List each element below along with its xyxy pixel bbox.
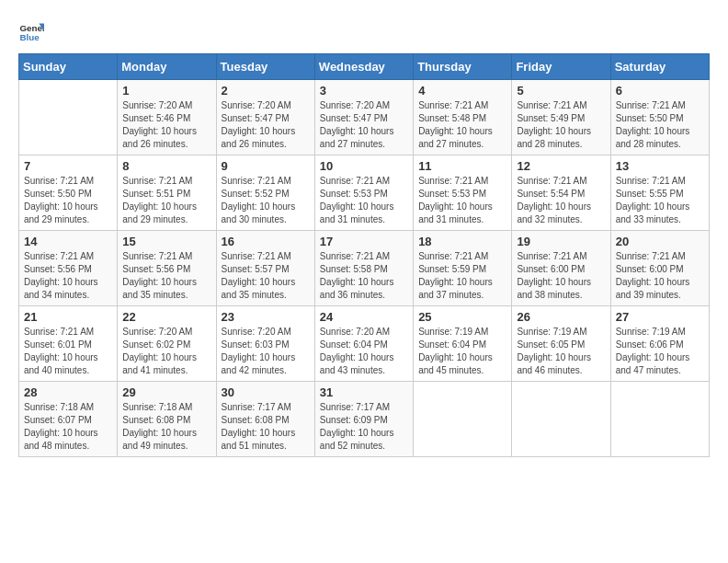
day-number: 1 [122,84,210,98]
day-info: Sunrise: 7:21 AM Sunset: 5:57 PM Dayligh… [222,250,310,302]
weekday-header-cell: Friday [512,54,610,80]
day-info: Sunrise: 7:19 AM Sunset: 6:04 PM Dayligh… [418,326,506,377]
day-number: 30 [222,385,310,399]
calendar-week-row: 1Sunrise: 7:20 AM Sunset: 5:46 PM Daylig… [19,80,710,155]
day-number: 2 [222,84,310,98]
day-info: Sunrise: 7:21 AM Sunset: 5:53 PM Dayligh… [320,175,408,226]
day-info: Sunrise: 7:21 AM Sunset: 5:58 PM Dayligh… [320,250,408,302]
logo-icon: General Blue [18,18,44,44]
calendar-day-cell: 11Sunrise: 7:21 AM Sunset: 5:53 PM Dayli… [414,155,512,231]
calendar-day-cell: 2Sunrise: 7:20 AM Sunset: 5:47 PM Daylig… [216,80,314,155]
day-number: 17 [320,235,408,248]
day-info: Sunrise: 7:21 AM Sunset: 6:00 PM Dayligh… [517,250,605,302]
day-number: 15 [122,235,210,248]
weekday-header-cell: Sunday [19,54,118,80]
calendar-day-cell: 16Sunrise: 7:21 AM Sunset: 5:57 PM Dayli… [216,231,314,306]
calendar-day-cell: 10Sunrise: 7:21 AM Sunset: 5:53 PM Dayli… [314,155,413,231]
day-info: Sunrise: 7:21 AM Sunset: 5:49 PM Dayligh… [517,99,605,151]
day-number: 19 [517,235,605,248]
day-number: 6 [616,84,704,98]
day-info: Sunrise: 7:21 AM Sunset: 5:56 PM Dayligh… [122,250,210,302]
day-info: Sunrise: 7:20 AM Sunset: 6:04 PM Dayligh… [320,326,408,377]
day-number: 12 [517,159,605,173]
calendar-week-row: 28Sunrise: 7:18 AM Sunset: 6:07 PM Dayli… [19,382,710,457]
day-info: Sunrise: 7:21 AM Sunset: 6:01 PM Dayligh… [24,326,112,377]
day-info: Sunrise: 7:20 AM Sunset: 6:02 PM Dayligh… [122,326,210,377]
calendar-day-cell [19,80,118,155]
calendar-day-cell: 15Sunrise: 7:21 AM Sunset: 5:56 PM Dayli… [118,231,216,306]
calendar-day-cell: 13Sunrise: 7:21 AM Sunset: 5:55 PM Dayli… [610,155,709,231]
calendar-day-cell: 23Sunrise: 7:20 AM Sunset: 6:03 PM Dayli… [216,306,314,382]
weekday-header-cell: Wednesday [314,54,413,80]
page-header: General Blue [18,18,710,44]
calendar-day-cell: 28Sunrise: 7:18 AM Sunset: 6:07 PM Dayli… [19,382,118,457]
day-number: 16 [222,235,310,248]
calendar-day-cell: 21Sunrise: 7:21 AM Sunset: 6:01 PM Dayli… [19,306,118,382]
calendar-day-cell: 6Sunrise: 7:21 AM Sunset: 5:50 PM Daylig… [610,80,709,155]
calendar-day-cell: 9Sunrise: 7:21 AM Sunset: 5:52 PM Daylig… [216,155,314,231]
calendar-day-cell: 18Sunrise: 7:21 AM Sunset: 5:59 PM Dayli… [414,231,512,306]
day-number: 4 [418,84,506,98]
calendar-day-cell: 17Sunrise: 7:21 AM Sunset: 5:58 PM Dayli… [314,231,413,306]
calendar-day-cell: 24Sunrise: 7:20 AM Sunset: 6:04 PM Dayli… [314,306,413,382]
calendar-day-cell [414,382,512,457]
day-number: 21 [24,310,112,324]
day-info: Sunrise: 7:17 AM Sunset: 6:08 PM Dayligh… [222,401,310,453]
calendar-day-cell [610,382,709,457]
calendar-day-cell: 31Sunrise: 7:17 AM Sunset: 6:09 PM Dayli… [314,382,413,457]
day-info: Sunrise: 7:21 AM Sunset: 5:59 PM Dayligh… [418,250,506,302]
calendar-week-row: 21Sunrise: 7:21 AM Sunset: 6:01 PM Dayli… [19,306,710,382]
day-info: Sunrise: 7:20 AM Sunset: 5:47 PM Dayligh… [320,99,408,151]
day-number: 25 [418,310,506,324]
calendar-day-cell: 8Sunrise: 7:21 AM Sunset: 5:51 PM Daylig… [118,155,216,231]
day-number: 7 [24,159,112,173]
weekday-header-cell: Tuesday [216,54,314,80]
day-number: 28 [24,385,112,399]
logo: General Blue [18,18,44,44]
day-number: 20 [616,235,704,248]
day-info: Sunrise: 7:21 AM Sunset: 5:56 PM Dayligh… [24,250,112,302]
svg-text:Blue: Blue [19,32,40,42]
calendar-day-cell: 4Sunrise: 7:21 AM Sunset: 5:48 PM Daylig… [414,80,512,155]
day-info: Sunrise: 7:21 AM Sunset: 5:50 PM Dayligh… [24,175,112,226]
day-number: 10 [320,159,408,173]
calendar-day-cell: 29Sunrise: 7:18 AM Sunset: 6:08 PM Dayli… [118,382,216,457]
day-info: Sunrise: 7:21 AM Sunset: 6:00 PM Dayligh… [616,250,704,302]
calendar-day-cell: 30Sunrise: 7:17 AM Sunset: 6:08 PM Dayli… [216,382,314,457]
day-number: 14 [24,235,112,248]
day-number: 13 [616,159,704,173]
day-info: Sunrise: 7:18 AM Sunset: 6:07 PM Dayligh… [24,401,112,453]
calendar-day-cell: 1Sunrise: 7:20 AM Sunset: 5:46 PM Daylig… [118,80,216,155]
weekday-header-cell: Thursday [414,54,512,80]
day-info: Sunrise: 7:21 AM Sunset: 5:53 PM Dayligh… [418,175,506,226]
calendar-day-cell: 7Sunrise: 7:21 AM Sunset: 5:50 PM Daylig… [19,155,118,231]
day-info: Sunrise: 7:21 AM Sunset: 5:51 PM Dayligh… [122,175,210,226]
weekday-header-cell: Monday [118,54,216,80]
day-number: 29 [122,385,210,399]
day-number: 5 [517,84,605,98]
calendar-week-row: 7Sunrise: 7:21 AM Sunset: 5:50 PM Daylig… [19,155,710,231]
calendar-day-cell: 12Sunrise: 7:21 AM Sunset: 5:54 PM Dayli… [512,155,610,231]
day-info: Sunrise: 7:20 AM Sunset: 6:03 PM Dayligh… [222,326,310,377]
day-info: Sunrise: 7:19 AM Sunset: 6:06 PM Dayligh… [616,326,704,377]
day-number: 3 [320,84,408,98]
day-number: 11 [418,159,506,173]
day-number: 9 [222,159,310,173]
weekday-header-cell: Saturday [610,54,709,80]
day-info: Sunrise: 7:18 AM Sunset: 6:08 PM Dayligh… [122,401,210,453]
day-number: 26 [517,310,605,324]
calendar-day-cell: 25Sunrise: 7:19 AM Sunset: 6:04 PM Dayli… [414,306,512,382]
calendar-day-cell: 22Sunrise: 7:20 AM Sunset: 6:02 PM Dayli… [118,306,216,382]
day-number: 24 [320,310,408,324]
day-number: 22 [122,310,210,324]
calendar-day-cell: 19Sunrise: 7:21 AM Sunset: 6:00 PM Dayli… [512,231,610,306]
calendar-day-cell: 20Sunrise: 7:21 AM Sunset: 6:00 PM Dayli… [610,231,709,306]
day-number: 31 [320,385,408,399]
day-number: 27 [616,310,704,324]
weekday-header-row: SundayMondayTuesdayWednesdayThursdayFrid… [19,54,710,80]
day-info: Sunrise: 7:20 AM Sunset: 5:46 PM Dayligh… [122,99,210,151]
calendar-day-cell: 14Sunrise: 7:21 AM Sunset: 5:56 PM Dayli… [19,231,118,306]
calendar-body: 1Sunrise: 7:20 AM Sunset: 5:46 PM Daylig… [19,80,710,457]
day-info: Sunrise: 7:21 AM Sunset: 5:50 PM Dayligh… [616,99,704,151]
calendar-day-cell: 5Sunrise: 7:21 AM Sunset: 5:49 PM Daylig… [512,80,610,155]
